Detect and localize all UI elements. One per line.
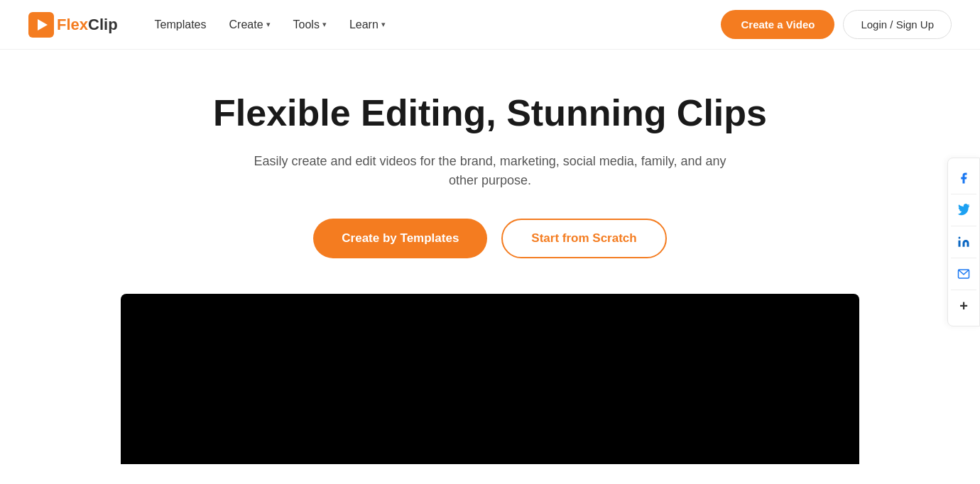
logo[interactable]: FlexClip xyxy=(28,12,118,38)
nav-templates[interactable]: Templates xyxy=(146,13,215,37)
start-from-scratch-button[interactable]: Start from Scratch xyxy=(501,219,666,258)
linkedin-icon xyxy=(957,236,970,248)
linkedin-share-button[interactable] xyxy=(948,226,979,258)
nav-learn[interactable]: Learn ▾ xyxy=(341,13,394,37)
email-share-button[interactable] xyxy=(948,258,979,290)
svg-point-2 xyxy=(959,237,961,239)
twitter-icon xyxy=(957,204,970,216)
logo-text: FlexClip xyxy=(57,16,118,34)
learn-chevron-icon: ▾ xyxy=(381,20,386,29)
hero-subtitle: Easily create and edit videos for the br… xyxy=(241,152,739,190)
social-sidebar: + xyxy=(947,158,980,326)
hero-video[interactable] xyxy=(121,294,859,464)
create-video-button[interactable]: Create a Video xyxy=(721,10,834,39)
flexclip-logo-icon xyxy=(28,12,54,38)
nav-actions: Create a Video Login / Sign Up xyxy=(721,10,952,39)
facebook-icon xyxy=(957,172,970,185)
hero-section: Flexible Editing, Stunning Clips Easily … xyxy=(0,50,980,484)
more-share-button[interactable]: + xyxy=(948,290,979,321)
tools-chevron-icon: ▾ xyxy=(322,20,327,29)
nav-links: Templates Create ▾ Tools ▾ Learn ▾ xyxy=(146,13,722,37)
nav-create[interactable]: Create ▾ xyxy=(221,13,279,37)
hero-buttons: Create by Templates Start from Scratch xyxy=(313,219,666,258)
email-icon xyxy=(957,268,970,280)
hero-title: Flexible Editing, Stunning Clips xyxy=(213,92,767,135)
create-by-templates-button[interactable]: Create by Templates xyxy=(313,219,487,258)
twitter-share-button[interactable] xyxy=(948,194,979,226)
create-chevron-icon: ▾ xyxy=(266,20,271,29)
facebook-share-button[interactable] xyxy=(948,163,979,194)
nav-tools[interactable]: Tools ▾ xyxy=(285,13,335,37)
login-signup-button[interactable]: Login / Sign Up xyxy=(843,10,952,39)
navbar: FlexClip Templates Create ▾ Tools ▾ Lear… xyxy=(0,0,980,50)
